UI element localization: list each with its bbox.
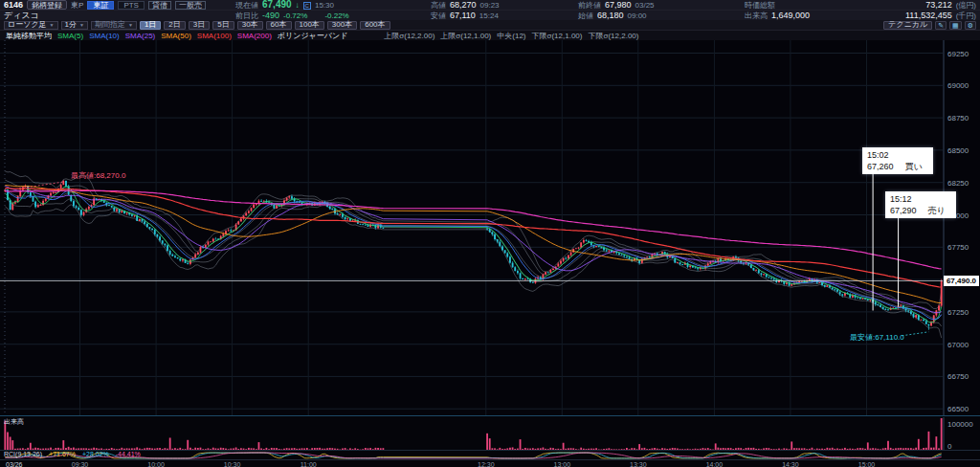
svg-text:13:00: 13:00 [554,461,571,467]
chart-toolbar: ローソク足 ▼ 1分 ▼ 期間指定 ▼ 1日 2日 3日 5日 30本 60本 … [0,20,980,31]
current-price-label: 現在値 [235,0,258,11]
svg-text:67750: 67750 [947,243,969,252]
buy-price: 67,260 [867,162,894,171]
range-1day-button[interactable]: 1日 [140,21,161,30]
volume-canvas[interactable]: 1000000 [0,417,980,450]
svg-text:68500: 68500 [947,146,969,155]
high-label: 高値 [431,0,446,11]
market-cap-label: 時価総額 [745,0,775,11]
open-time: 09:00 [628,11,647,20]
legend-bb-upper2: 上限σ(12,2.00) [384,31,434,41]
header-row-2: ディスコ 前日比 -490 -0.72% -0.22% 安値 67,110 15… [0,11,980,20]
legend-bb-lower2: 下限σ(12,2.00) [588,31,638,41]
technical-button[interactable]: テクニカル [883,21,932,30]
chart-type-select[interactable]: ローソク足 ▼ [4,21,58,30]
change-group: 前日比 -490 -0.72% -0.22% [235,11,427,21]
prev-close-group: 前終値 67,980 03/25 [578,0,741,11]
range-600bar-button[interactable]: 600本 [360,21,390,30]
volume-pane[interactable]: 出来高 1000000 [0,415,980,450]
rci-canvas[interactable] [0,452,980,459]
draw-icon[interactable]: ✎ [935,21,947,30]
bollinger-label: ボリンジャーバンド [278,31,348,41]
legend-sma10: SMA(10) [89,32,120,40]
period-select[interactable]: 期間指定 ▼ [91,21,137,30]
range-300bar-button[interactable]: 300本 [327,21,357,30]
interval-select[interactable]: 1分 ▼ [61,21,88,30]
svg-text:69250: 69250 [947,50,969,58]
chart-window: 6146 銘柄登録 東P 東証 PTS 貸借 一般売 現在値 67,490 ↓ … [0,0,980,467]
volume-group: 出来高 1,649,000 111,532,455 (千円) [745,11,976,21]
loan-margin-badge: 貸借 [148,1,171,10]
svg-text:68750: 68750 [947,114,969,122]
market-cap-value: 73,212 [925,0,952,10]
svg-text:14:30: 14:30 [782,461,799,467]
sell-time: 15:12 [890,193,951,205]
range-30bar-button[interactable]: 30本 [237,21,263,30]
low-value: 67,110 [450,11,476,20]
svg-text:12:30: 12:30 [478,461,495,467]
rci-value-short: +71.67% [49,451,76,457]
main-chart[interactable]: 6925069000687506850068250680006775067500… [0,40,980,415]
current-price-value: 67,490 [262,0,292,10]
change-percent: -0.72% [283,11,307,20]
volume-value: 1,649,000 [771,11,810,20]
legend-sma100: SMA(100) [197,32,232,40]
current-price-time: 15:30 [315,1,334,10]
legend-sma25: SMA(25) [125,32,156,40]
market-cap-group: 時価総額 73,212 (億円) [745,0,976,11]
period-value: 期間指定 [95,21,125,29]
chevron-down-icon: ▼ [128,21,133,29]
down-arrow-icon: ↓ [296,1,300,10]
candlestick-canvas[interactable]: 6925069000687506850068250680006775067500… [0,40,980,415]
prev-close-value: 67,980 [605,0,632,10]
turnover-unit: (千円) [956,11,976,21]
legend-bb-lower1: 下限σ(12,1.00) [532,31,583,41]
sell-price: 67,290 [890,206,917,215]
range-2day-button[interactable]: 2日 [164,21,185,30]
chart-type-value: ローソク足 [8,21,47,29]
range-100bar-button[interactable]: 100本 [295,21,324,30]
svg-text:14:00: 14:00 [706,461,724,467]
buy-action: 買い [905,162,923,171]
svg-text:15:00: 15:00 [858,461,876,467]
time-axis-canvas: 03/2609:3010:0010:3011:0012:3013:0013:30… [0,460,980,467]
close-flag: C [303,2,311,10]
tab-pts[interactable]: PTS [118,1,145,10]
rci-value-mid: +28.02% [82,451,109,457]
buy-time: 15:02 [867,149,928,161]
turnover-value: 111,532,455 [905,11,952,20]
low-group: 安値 67,110 15:24 [431,11,574,21]
chevron-down-icon: ▼ [50,21,55,29]
svg-text:09:30: 09:30 [72,461,89,467]
svg-text:03/26: 03/26 [6,461,23,467]
settings-icon[interactable]: ⚙ [965,21,976,30]
register-symbol-button[interactable]: 銘柄登録 [27,0,67,10]
svg-text:69000: 69000 [947,81,969,90]
sell-action: 売り [928,206,946,215]
interval-value: 1分 [65,21,77,29]
range-60bar-button[interactable]: 60本 [266,21,292,30]
low-time: 15:24 [479,11,499,20]
svg-text:66750: 66750 [947,372,969,381]
svg-text:67000: 67000 [947,341,969,349]
change-percent-2: -0.22% [324,11,348,20]
svg-text:100000: 100000 [947,420,973,429]
svg-text:68250: 68250 [947,179,969,188]
buy-marker-callout: 15:02 67,260買い [862,147,933,174]
open-value: 68,180 [597,11,624,20]
volume-header-label: 出来高 [745,11,768,21]
sma-group-label: 単純移動平均 [6,31,52,41]
svg-text:0: 0 [947,442,952,450]
tab-tosho[interactable]: 東証 [87,1,114,10]
high-group: 高値 68,270 09:23 [431,0,574,11]
market-cap-unit: (億円) [956,0,976,11]
volume-pane-label: 出来高 [4,417,24,427]
indicator-legend: 単純移動平均 SMA(5) SMA(10) SMA(25) SMA(50) SM… [0,31,980,40]
prev-close-date: 03/25 [635,1,655,10]
rci-pane[interactable]: RCI(9,13,26) +71.67% +28.02% -44.41% [0,450,980,459]
grid-icon[interactable]: ▦ [949,21,962,30]
range-3day-button[interactable]: 3日 [189,21,210,30]
time-axis: 03/2609:3010:0010:3011:0012:3013:0013:30… [0,459,980,467]
open-label: 始値 [578,11,593,21]
range-5day-button[interactable]: 5日 [212,21,234,30]
